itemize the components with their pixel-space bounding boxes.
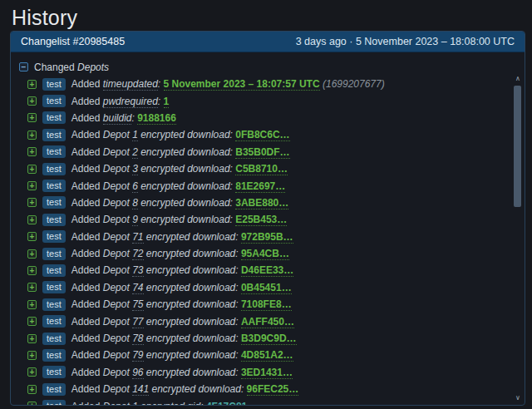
row-value[interactable]: 4D851A2… [241, 349, 293, 362]
row-key: Depot 3 encrypted download: [103, 163, 233, 175]
changelist-row: + test Added pwdrequired: 1 [27, 92, 508, 109]
expand-icon[interactable]: + [27, 300, 37, 309]
branch-badge[interactable]: test [42, 383, 66, 396]
row-key: buildid: [103, 112, 135, 125]
branch-badge[interactable]: test [42, 214, 66, 226]
row-action: Added [71, 383, 103, 395]
row-value[interactable]: C5B8710… [235, 163, 288, 175]
changelist-row: + test Added Depot 3 encrypted download:… [27, 160, 508, 177]
row-text: Added Depot 9 encrypted download: E25B45… [71, 214, 288, 225]
expand-icon[interactable]: + [27, 249, 37, 259]
branch-badge[interactable]: test [42, 196, 66, 209]
row-value[interactable]: 9188166 [137, 112, 176, 125]
row-text: Added Depot 71 encrypted download: 972B9… [71, 231, 293, 243]
scrollbar-up-button[interactable]: ∧ [512, 74, 524, 85]
row-key: timeupdated: [103, 78, 160, 91]
row-value[interactable]: 1 [164, 96, 170, 108]
row-value[interactable]: 7108FE8… [241, 298, 292, 311]
branch-badge[interactable]: test [42, 129, 66, 141]
branch-badge[interactable]: test [42, 111, 66, 124]
changelist-row: + test Added Depot 78 encrypted download… [27, 330, 508, 347]
branch-badge[interactable]: test [42, 230, 66, 243]
row-value[interactable]: B3D9C9D… [241, 333, 297, 345]
branch-badge[interactable]: test [42, 281, 66, 293]
row-text: Added Depot 96 encrypted download: 3ED14… [71, 367, 293, 378]
changelist-row: + test Added Depot 1 encrypted gid: 4F17… [27, 397, 508, 405]
row-text: Added Depot 74 encrypted download: 0B454… [71, 282, 292, 293]
row-value[interactable]: 5 November 2023 – 18:07:57 UTC [164, 78, 320, 91]
changelist-row: + test Added Depot 1 encrypted download:… [27, 126, 508, 143]
row-key: Depot 2 encrypted download: [103, 146, 233, 159]
expand-icon[interactable]: + [27, 402, 37, 405]
expand-icon[interactable]: + [27, 283, 37, 292]
expand-icon[interactable]: + [27, 385, 37, 394]
branch-badge[interactable]: test [42, 145, 66, 158]
row-value[interactable]: 3ED1431… [241, 367, 293, 379]
row-key: Depot 8 encrypted download: [103, 197, 233, 209]
expand-icon[interactable]: + [27, 113, 37, 122]
expand-icon[interactable]: + [27, 232, 37, 241]
branch-badge[interactable]: test [42, 333, 66, 345]
changed-depots-section[interactable]: − Changed Depots [19, 58, 508, 76]
row-value[interactable]: 95A4CB… [241, 248, 289, 260]
branch-badge[interactable]: test [42, 315, 66, 328]
expand-icon[interactable]: + [27, 165, 37, 174]
expand-icon[interactable]: + [27, 131, 37, 140]
expand-icon[interactable]: + [27, 96, 37, 106]
expand-icon[interactable]: + [27, 351, 37, 360]
branch-badge[interactable]: test [42, 264, 66, 277]
branch-badge[interactable]: test [42, 163, 66, 175]
row-value[interactable]: 96FEC25… [247, 383, 299, 396]
row-key: Depot 75 encrypted download: [103, 298, 239, 311]
branch-badge[interactable]: test [42, 180, 66, 192]
expand-icon[interactable]: + [27, 80, 37, 89]
row-action: Added [71, 197, 103, 209]
row-text: Added Depot 75 encrypted download: 7108F… [71, 298, 292, 310]
expand-icon[interactable]: + [27, 198, 37, 207]
row-action: Added [71, 367, 103, 378]
expand-icon[interactable]: + [27, 334, 37, 343]
changelist-row: + test Added Depot 79 encrypted download… [27, 347, 508, 363]
row-value[interactable]: E25B453… [235, 214, 287, 226]
branch-badge[interactable]: test [42, 366, 66, 378]
collapse-icon[interactable]: − [19, 62, 28, 71]
row-key: Depot 72 encrypted download: [103, 248, 239, 260]
row-value[interactable]: 0FB8C6C… [235, 129, 289, 141]
branch-badge[interactable]: test [42, 248, 66, 260]
row-value[interactable]: D46EE33… [241, 264, 293, 277]
row-value[interactable]: 972B95B… [241, 231, 293, 244]
row-value[interactable]: 4F17C81 [206, 401, 247, 405]
row-value[interactable]: B35B0DF… [235, 146, 289, 159]
changelist-header[interactable]: Changelist #20985485 3 days ago · 5 Nove… [11, 32, 525, 52]
expand-icon[interactable]: + [27, 181, 37, 190]
branch-badge[interactable]: test [42, 95, 66, 107]
branch-badge[interactable]: test [42, 78, 66, 91]
changelist-row: + test Added Depot 73 encrypted download… [27, 262, 508, 278]
row-text: Added Depot 141 encrypted download: 96FE… [71, 383, 299, 395]
row-action: Added [71, 180, 103, 192]
row-action: Added [71, 146, 103, 158]
changelist-timestamp: 3 days ago · 5 November 2023 – 18:08:00 … [296, 36, 515, 47]
section-key: Depots [77, 62, 109, 73]
expand-icon[interactable]: + [27, 266, 37, 275]
row-key: Depot 1 encrypted gid: [103, 401, 204, 405]
expand-icon[interactable]: + [27, 147, 37, 156]
branch-badge[interactable]: test [42, 400, 66, 405]
row-action: Added [71, 112, 103, 124]
row-action: Added [71, 333, 103, 344]
changelist-row: + test Added buildid: 9188166 [27, 110, 508, 126]
changelist-row: + test Added Depot 75 encrypted download… [27, 296, 508, 313]
scrollbar-down-button[interactable]: ∨ [512, 393, 524, 404]
expand-icon[interactable]: + [27, 317, 37, 326]
scrollbar-track[interactable]: ∧ ∨ [512, 74, 524, 404]
branch-badge[interactable]: test [42, 298, 66, 311]
changelist-title[interactable]: Changelist #20985485 [21, 36, 125, 47]
row-value[interactable]: 3ABE880… [235, 197, 288, 209]
branch-badge[interactable]: test [42, 349, 66, 362]
expand-icon[interactable]: + [27, 215, 37, 224]
row-value[interactable]: 0B45451… [241, 282, 292, 294]
scrollbar-thumb[interactable] [514, 86, 521, 207]
row-value[interactable]: 81E2697… [235, 180, 285, 193]
expand-icon[interactable]: + [27, 367, 37, 377]
row-value[interactable]: AAFF450… [241, 316, 294, 328]
